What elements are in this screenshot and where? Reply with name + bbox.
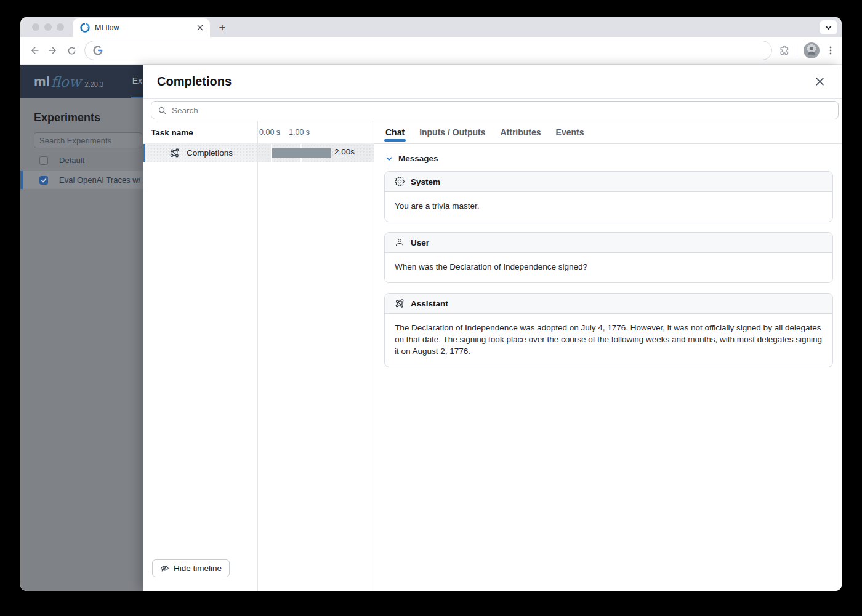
browser-window: MLflow + — [20, 17, 842, 591]
trace-drawer: Completions Task name 0.00 s 1.00 s — [143, 65, 842, 591]
tab-inputs-outputs[interactable]: Inputs / Outputs — [419, 121, 485, 143]
model-icon — [169, 148, 180, 158]
detail-tabs: Chat Inputs / Outputs Attributes Events — [374, 121, 842, 144]
close-icon[interactable] — [811, 73, 828, 90]
message-role: Assistant — [411, 299, 448, 308]
tab-strip: MLflow + — [20, 17, 842, 37]
extensions-icon[interactable] — [778, 44, 791, 57]
timeline-tick-0: 0.00 s — [259, 128, 280, 137]
close-window-button[interactable] — [32, 23, 39, 31]
message-card-user: User When was the Declaration of Indepen… — [384, 232, 833, 283]
timeline-track: 2.00s — [257, 144, 374, 162]
tab-attributes[interactable]: Attributes — [500, 121, 541, 143]
messages-toggle[interactable]: Messages — [385, 154, 833, 163]
message-role: System — [411, 177, 440, 186]
address-bar[interactable] — [84, 41, 772, 60]
zoom-window-button[interactable] — [57, 23, 64, 31]
timeline-pane: Task name 0.00 s 1.00 s C — [143, 121, 374, 591]
experiments-heading: Experiments — [34, 111, 143, 124]
tab-close-icon[interactable] — [195, 23, 205, 33]
minimize-window-button[interactable] — [44, 23, 52, 31]
task-name-label: Completions — [187, 148, 233, 158]
mlflow-logo-icon — [80, 23, 90, 33]
message-card-assistant: Assistant The Declaration of Independenc… — [384, 293, 833, 367]
checkbox-checked[interactable] — [39, 176, 48, 185]
experiment-item-eval-openai[interactable]: Eval OpenAI Traces w/ — [20, 171, 143, 189]
forward-icon[interactable] — [44, 41, 62, 60]
tab-list-chevron-icon[interactable] — [820, 20, 837, 34]
search-icon — [158, 106, 167, 115]
tab-chat[interactable]: Chat — [385, 121, 405, 143]
browser-toolbar — [20, 37, 842, 65]
tab-title: MLflow — [95, 23, 190, 32]
column-divider — [257, 121, 258, 591]
browser-tab-mlflow[interactable]: MLflow — [73, 18, 210, 37]
timeline-bar[interactable] — [272, 148, 331, 158]
mlflow-app-background: mlflow 2.20.3 Ex Experiments Default Eva… — [20, 65, 143, 591]
message-role: User — [411, 238, 429, 247]
mlflow-logo-flow: flow — [51, 74, 81, 90]
message-text: When was the Declaration of Independence… — [385, 253, 832, 282]
detail-pane: Chat Inputs / Outputs Attributes Events … — [374, 121, 842, 591]
profile-avatar[interactable] — [804, 42, 820, 58]
google-g-icon — [92, 45, 103, 56]
model-icon — [395, 298, 405, 308]
hide-timeline-label: Hide timeline — [174, 564, 222, 573]
person-icon — [395, 238, 405, 247]
back-icon[interactable] — [25, 41, 44, 60]
mlflow-version: 2.20.3 — [85, 81, 104, 88]
checkbox-unchecked[interactable] — [39, 156, 48, 165]
timeline-tick-1: 1.00 s — [289, 128, 310, 137]
chevron-down-icon — [385, 155, 393, 162]
trace-search-bar[interactable] — [151, 101, 839, 119]
nav-active-underline — [131, 97, 143, 98]
url-input[interactable] — [108, 46, 764, 55]
search-experiments-input[interactable] — [34, 132, 142, 148]
timeline-bar-duration: 2.00s — [334, 147, 355, 156]
experiment-label: Default — [59, 156, 84, 165]
new-tab-button[interactable]: + — [214, 19, 231, 36]
message-card-system: System You are a trivia master. — [384, 171, 833, 222]
nav-experiments-link[interactable]: Ex — [132, 76, 142, 86]
hide-timeline-button[interactable]: Hide timeline — [152, 559, 230, 577]
task-name-header: Task name — [143, 128, 193, 137]
drawer-title: Completions — [157, 74, 811, 89]
message-text: The Declaration of Independence was adop… — [385, 314, 832, 367]
reload-icon[interactable] — [62, 41, 81, 60]
trace-search-input[interactable] — [172, 106, 832, 115]
menu-dots-icon[interactable] — [826, 46, 836, 55]
task-row-completions[interactable]: Completions 2.00s — [143, 144, 374, 162]
experiment-label: Eval OpenAI Traces w/ — [59, 175, 140, 185]
chat-panel: Messages System — [374, 144, 842, 591]
messages-label: Messages — [398, 154, 438, 163]
experiment-item-default[interactable]: Default — [20, 152, 143, 169]
tab-events[interactable]: Events — [556, 121, 584, 143]
mlflow-logo-ml: ml — [34, 74, 50, 90]
toolbar-divider — [797, 44, 797, 57]
eye-off-icon — [160, 564, 169, 573]
gear-icon — [395, 177, 405, 186]
mlflow-header: mlflow 2.20.3 Ex — [20, 65, 143, 98]
message-text: You are a trivia master. — [385, 192, 832, 222]
window-controls — [20, 17, 73, 37]
